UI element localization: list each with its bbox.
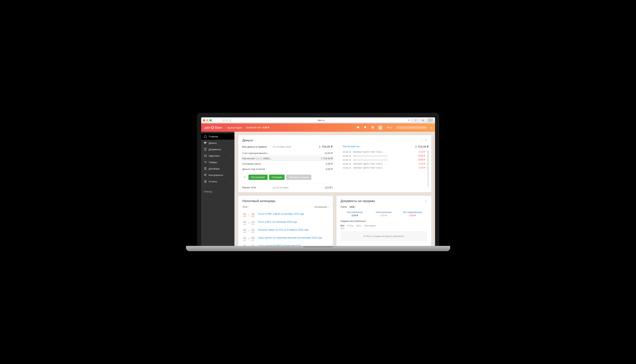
minimize-icon[interactable]: — — [420, 139, 423, 142]
chevron-down-icon: ▾ — [355, 206, 356, 208]
calendar-event[interactable]: 01окт – 25окт Оплатить аванс по УСН за I… — [242, 227, 329, 235]
user-name-suffix: ч — [430, 126, 432, 129]
breadcrumb-label: Бухгалтерия — [228, 126, 242, 129]
close-window-icon[interactable] — [203, 119, 205, 121]
browser-back-button[interactable]: ‹ — [213, 118, 218, 122]
date-to: 31окт — [250, 244, 255, 246]
empty-state: Не было создано ни одного документа — [341, 231, 427, 241]
date-from: 01окт — [242, 220, 247, 225]
calendar-event[interactable]: 01окт – 31окт Сдать расчет 6-НДФЛ за 9 м… — [242, 243, 329, 246]
account-amount: 10,00 ₽ — [324, 152, 333, 154]
calendar-event[interactable]: 01окт – 30окт Сдать расчет по страховым … — [242, 235, 329, 243]
minimize-window-icon[interactable] — [206, 119, 208, 121]
browser-sidebar-button[interactable]: ☰ — [225, 118, 229, 122]
transaction-row[interactable]: 26.06.18 Е░░░░░░░░░░░░░░░░░░░░░░ - 10,00… — [343, 158, 429, 162]
date-from: 01окт — [242, 228, 247, 233]
transaction-amount: - 0,10 ₽ — [414, 166, 425, 169]
transaction-date: 26.06.18 — [343, 163, 352, 165]
sidebar-item-cart[interactable]: Товары — [201, 159, 235, 165]
sidebar-item-people[interactable]: Контрагенты — [201, 172, 235, 178]
gear-icon[interactable] — [371, 126, 374, 129]
url-text: delo.ru — [318, 119, 325, 122]
event-text: Отчет в ПФР: СЗВ-М за сентябрь 2018 года — [258, 212, 323, 216]
new-tab-button[interactable]: + — [428, 118, 433, 122]
sidebar-help[interactable]: Помощь — [201, 188, 235, 195]
calendar-title: Налоговый календарь — [242, 199, 276, 203]
money-panel: Деньги — ✕ Все деньги в сервисе 18 октяб… — [238, 135, 431, 192]
sidebar-item-docs[interactable]: Документы ⌄ — [201, 146, 235, 152]
sidebar-item-label: Деньги — [209, 142, 217, 144]
account-row[interactable]: Основная касса 0,00 ₽ — [242, 161, 333, 166]
url-bar[interactable]: delo.ru ⟳ — [231, 118, 411, 122]
cart-icon — [204, 161, 207, 164]
logo-dot-icon — [211, 126, 214, 129]
refresh-icon[interactable]: ⟳ — [408, 119, 410, 122]
avatar[interactable] — [378, 125, 383, 130]
people-icon — [204, 174, 207, 176]
close-icon[interactable]: ✕ — [425, 200, 427, 202]
scrollbar[interactable] — [428, 151, 429, 187]
transaction-amount: - 0,10 ₽ — [414, 151, 425, 153]
transaction-row[interactable]: 26.06.18 ФИЛИАЛ "ДЕЛО" ПАО "СКБ-Б - 0,10… — [343, 150, 429, 154]
usn-label: Расчет УСН — [242, 186, 273, 189]
doc-status[interactable]: Без закрывающих 0,00 ₽ — [398, 211, 427, 217]
add-button[interactable]: + — [242, 176, 247, 179]
recent-tab[interactable]: Накладные — [364, 224, 376, 228]
transaction-desc: ФИЛИАЛ "ДЕЛО" ПАО "СКБ-Б — [353, 151, 412, 153]
account-detail-link[interactable]: Расчетный хох... — [343, 145, 362, 148]
outgoing-button[interactable]: Списание — [269, 175, 285, 180]
status-amount: 0,00 ₽ — [398, 214, 427, 217]
chevron-down-icon: ▾ — [248, 206, 249, 208]
chevron-down-icon: ⌄ — [230, 155, 232, 157]
docs-type-label: Счета — [341, 206, 347, 208]
browser-forward-button[interactable]: › — [218, 118, 223, 122]
maximize-window-icon[interactable] — [209, 119, 211, 121]
date-from: 01окт — [242, 212, 247, 217]
docs-year-dropdown[interactable]: 2018▾ — [349, 206, 356, 208]
doc-status[interactable]: Неоплаченные 0,00 ₽ — [369, 211, 398, 217]
year-dropdown[interactable]: 2018▾ — [242, 206, 249, 208]
date-to: 20окт — [250, 220, 255, 225]
info-icon[interactable]: ℹ — [332, 186, 333, 189]
sidebar-item-label: Документы — [209, 148, 222, 151]
recent-tab[interactable]: Акты — [356, 224, 361, 228]
refresh-bank-button[interactable]: Обновить из банка — [286, 175, 311, 180]
account-row[interactable]: Счет корпоративной к... 10,00 ₽ — [242, 151, 333, 156]
sidebar-item-label: Товары — [209, 161, 217, 164]
home-icon — [204, 135, 207, 138]
close-icon[interactable]: ✕ — [425, 139, 427, 142]
share-button[interactable]: ⇪ — [413, 118, 419, 122]
logo[interactable]: делбанк — [204, 126, 222, 130]
recent-docs-label: Недавно выставленные — [341, 220, 427, 222]
account-row[interactable]: Деньги под отчетом 0,00 ₽ — [242, 166, 333, 172]
account-label: Расчетный ░░░░ 40802... — [242, 157, 321, 160]
recent-tab[interactable]: Все — [341, 224, 345, 228]
sidebar-item-money[interactable]: Деньги — [201, 140, 235, 146]
sidebar-item-home[interactable]: Главная — [201, 133, 235, 140]
incoming-button[interactable]: Поступление — [249, 175, 268, 180]
breadcrumb-back[interactable]: ‹ Бухгалтерия — [226, 126, 242, 129]
calendar-event[interactable]: 01окт – 20окт Отчет в ФСС за 9 месяцев 2… — [242, 219, 329, 227]
sidebar-item-label: Договоры — [209, 167, 220, 170]
app-header: делбанк ‹ Бухгалтерия Основной счет: 0,0… — [201, 124, 435, 132]
arrow-right-icon: → — [326, 212, 329, 216]
bell-icon[interactable] — [363, 126, 367, 129]
tabs-button[interactable]: ⧉ — [420, 118, 426, 122]
event-text: Отчет в ФСС за 9 месяцев 2018 года — [258, 220, 323, 224]
chat-icon[interactable] — [356, 126, 360, 129]
calendar-event[interactable]: 01окт – 15окт Отчет в ПФР: СЗВ-М за сент… — [242, 211, 329, 219]
doc-status[interactable]: Выставленные 0,00 ₽ — [341, 211, 369, 217]
docs-icon — [204, 148, 207, 151]
recent-tab[interactable]: Счета — [347, 224, 353, 228]
filter-dropdown[interactable]: Актуальные▾ — [315, 206, 329, 208]
transaction-row[interactable]: 26.06.18 Е░░░░░░░░░░░░░░░░░░░░░░ - 10,00… — [343, 154, 429, 158]
svg-point-0 — [380, 127, 381, 128]
sidebar-item-report[interactable]: Отчеты ⌄ — [201, 178, 235, 185]
transaction-row[interactable]: 26.06.18 ФИЛИАЛ "ДЕЛО" ПАО "СКБ-Б - 0,10… — [343, 162, 429, 166]
account-row[interactable]: Расчетный ░░░░ 40802... 1 724,00 ₽ — [241, 156, 334, 161]
transaction-row[interactable]: 26.06.18 ФИЛИАЛ "ДЕЛО" ПАО "СКБ-Б - 0,10… — [343, 166, 429, 170]
sidebar-item-wallet[interactable]: Зарплата ⌄ — [201, 152, 235, 159]
account-detail-amount: 1 724,00 ₽ — [415, 145, 429, 148]
date-from: 01окт — [242, 244, 247, 246]
sidebar-item-contract[interactable]: Договоры — [201, 165, 235, 172]
